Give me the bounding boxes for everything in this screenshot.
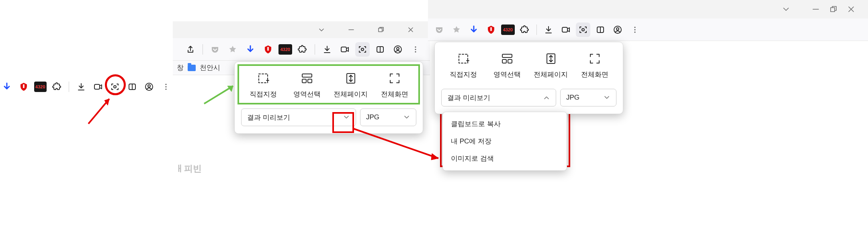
counter-badge-icon[interactable]: 4320: [501, 25, 515, 35]
overflow-menu-icon[interactable]: [408, 42, 423, 57]
download-arrow-icon[interactable]: [243, 42, 258, 57]
capture-mode-fullpage[interactable]: 전체페이지: [529, 49, 573, 82]
capture-mode-fullscreen[interactable]: 전체화면: [573, 49, 616, 82]
svg-point-21: [415, 46, 416, 47]
format-label: JPG: [566, 94, 579, 102]
pocket-icon[interactable]: [432, 22, 446, 37]
bookmark-star-icon[interactable]: [225, 42, 240, 57]
svg-point-44: [634, 27, 635, 28]
full-screen-icon: [388, 72, 401, 85]
adblock-icon[interactable]: [261, 42, 275, 57]
capture-mode-fullpage[interactable]: 전체페이지: [329, 69, 373, 101]
capture-label: 직접지정: [250, 90, 277, 99]
capture-mode-region[interactable]: 영역선택: [485, 49, 529, 82]
extensions-icon[interactable]: [50, 80, 63, 94]
svg-line-31: [204, 86, 233, 104]
menu-item-label: 내 PC에 저장: [451, 137, 491, 145]
overflow-menu-icon[interactable]: [628, 22, 642, 37]
capture-mode-custom[interactable]: 직접지정: [241, 69, 285, 101]
chevron-down-icon: [603, 94, 610, 101]
capture-mode-custom[interactable]: 직접지정: [441, 49, 485, 82]
region-select-icon: [500, 52, 514, 65]
bookmark-item-label[interactable]: 천안시: [200, 63, 220, 72]
preview-dropdown[interactable]: 결과 미리보기: [441, 89, 556, 106]
adblock-icon[interactable]: [17, 80, 30, 94]
counter-badge-icon[interactable]: 4320: [278, 44, 292, 55]
screenshot-icon[interactable]: [576, 22, 590, 37]
bookmark-star-icon[interactable]: [449, 22, 464, 37]
sidebar-toggle-icon[interactable]: [373, 42, 387, 57]
capture-mode-row: 직접지정 영역선택 전체페이지 전체화면: [435, 42, 623, 85]
svg-rect-38: [562, 27, 567, 32]
profile-icon[interactable]: [142, 80, 156, 94]
capture-label: 전체화면: [381, 90, 408, 99]
window-minimize-icon[interactable]: [807, 3, 825, 16]
svg-rect-28: [302, 79, 306, 83]
profile-icon[interactable]: [391, 42, 405, 57]
profile-icon[interactable]: [610, 22, 625, 37]
svg-point-9: [166, 88, 167, 90]
download-arrow-icon[interactable]: [467, 22, 481, 37]
preview-options-menu: 클립보드로 복사 내 PC에 저장 이미지로 검색: [442, 112, 567, 171]
tab-dropdown-icon[interactable]: [313, 23, 330, 36]
region-select-icon: [300, 72, 314, 85]
extensions-icon[interactable]: [295, 42, 310, 57]
svg-rect-36: [831, 8, 835, 12]
svg-rect-15: [341, 47, 346, 52]
capture-mode-region[interactable]: 영역선택: [285, 69, 329, 101]
svg-rect-29: [308, 79, 312, 83]
counter-badge-text: 4320: [35, 84, 45, 89]
tab-strip: [173, 21, 430, 38]
svg-point-6: [148, 85, 150, 87]
counter-badge-icon[interactable]: 4320: [34, 82, 47, 92]
toolbar-separator: [536, 25, 537, 35]
overflow-menu-icon[interactable]: [160, 80, 173, 94]
full-page-icon: [544, 52, 558, 65]
window-maximize-icon[interactable]: [825, 3, 842, 16]
capture-mode-row: 직접지정 영역선택 전체페이지 전체화면: [235, 62, 423, 104]
svg-point-16: [361, 48, 364, 51]
menu-item-copy-clipboard[interactable]: 클립보드로 복사: [443, 115, 567, 133]
svg-point-45: [634, 29, 635, 30]
svg-rect-47: [459, 54, 468, 63]
downloads-icon[interactable]: [541, 22, 556, 37]
window-minimize-icon[interactable]: [342, 23, 360, 36]
panel-3: 4320 직접지정: [428, 0, 868, 227]
format-dropdown[interactable]: JPG: [560, 89, 616, 106]
custom-region-icon: [457, 52, 470, 65]
preview-dropdown[interactable]: 결과 미리보기: [241, 108, 356, 126]
capture-mode-fullscreen[interactable]: 전체화면: [373, 69, 416, 101]
sidebar-toggle-icon[interactable]: [125, 80, 139, 94]
menu-item-save-pc[interactable]: 내 PC에 저장: [443, 133, 567, 150]
sidebar-toggle-icon[interactable]: [593, 22, 608, 37]
bookmark-item-label[interactable]: 창: [177, 63, 184, 72]
menu-item-image-search[interactable]: 이미지로 검색: [443, 150, 567, 167]
capture-label: 전체페이지: [334, 90, 368, 99]
tab-dropdown-icon[interactable]: [777, 3, 795, 16]
tab-strip: [428, 0, 868, 18]
video-capture-icon[interactable]: [559, 22, 573, 37]
format-label: JPG: [366, 113, 379, 121]
toolbar-separator: [69, 82, 69, 92]
folder-icon[interactable]: [188, 65, 196, 71]
format-dropdown[interactable]: JPG: [360, 108, 416, 126]
adblock-icon[interactable]: [484, 22, 498, 37]
window-close-icon[interactable]: [842, 3, 860, 16]
window-maximize-icon[interactable]: [372, 23, 390, 36]
panel-2: 4320 창 천안시 ㅐ피빈: [173, 0, 430, 227]
panel-1: 4320: [0, 0, 173, 227]
window-close-icon[interactable]: [402, 23, 420, 36]
extensions-icon[interactable]: [518, 22, 532, 37]
screenshot-icon[interactable]: [355, 42, 370, 57]
video-capture-icon[interactable]: [338, 42, 352, 57]
svg-rect-1: [94, 84, 100, 89]
svg-rect-27: [302, 74, 312, 77]
svg-point-20: [397, 47, 399, 50]
download-arrow-icon[interactable]: [0, 80, 13, 94]
pocket-icon[interactable]: [208, 42, 222, 57]
svg-rect-0: [23, 84, 24, 88]
downloads-icon[interactable]: [320, 42, 334, 57]
capture-label: 전체화면: [581, 70, 608, 79]
share-icon[interactable]: [183, 42, 198, 57]
svg-point-8: [166, 86, 167, 87]
